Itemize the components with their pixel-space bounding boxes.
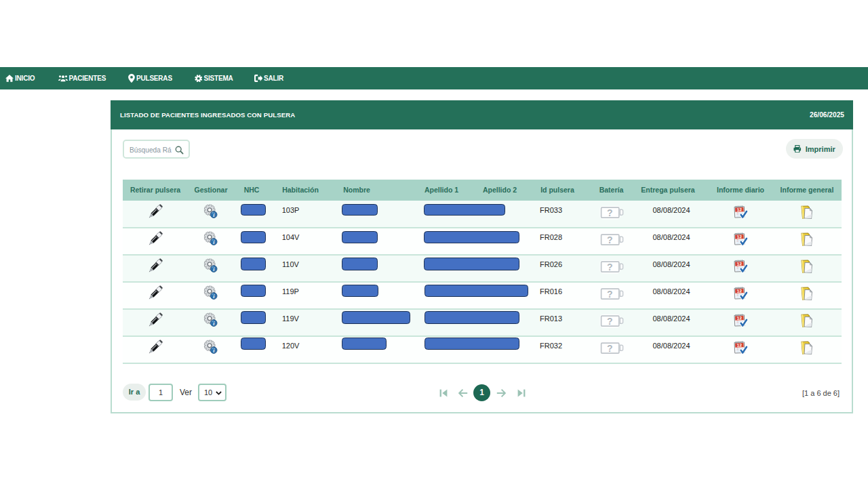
svg-text:12: 12 (737, 207, 743, 211)
svg-text:?: ? (607, 316, 613, 327)
svg-text:12: 12 (737, 315, 743, 320)
svg-text:12: 12 (737, 234, 743, 239)
svg-text:12: 12 (737, 261, 743, 266)
svg-text:12: 12 (737, 288, 743, 293)
svg-text:?: ? (607, 207, 613, 218)
svg-text:?: ? (607, 343, 613, 354)
svg-text:?: ? (607, 235, 613, 245)
svg-text:?: ? (607, 289, 613, 300)
svg-text:?: ? (607, 262, 613, 272)
svg-text:12: 12 (737, 342, 743, 347)
